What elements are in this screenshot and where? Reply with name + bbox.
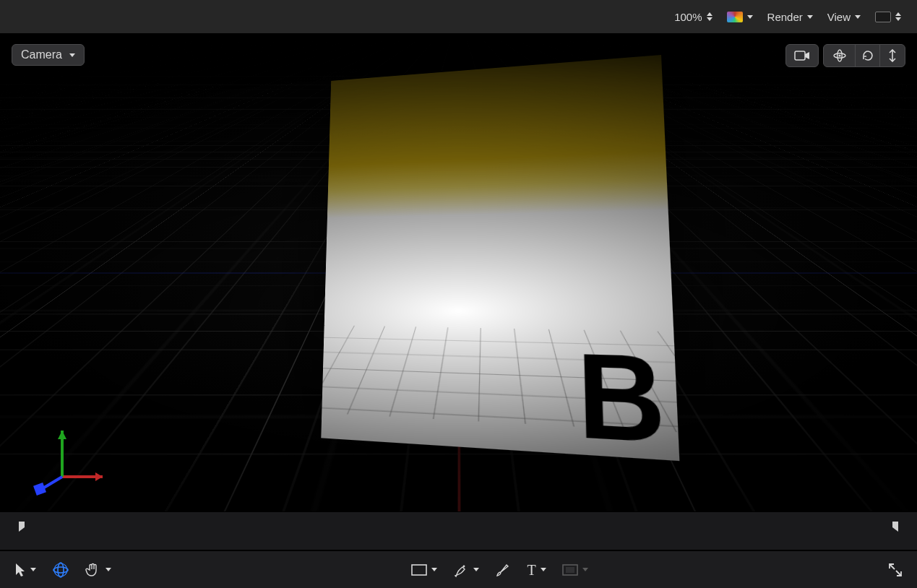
render-label: Render xyxy=(767,11,803,23)
chevron-down-icon xyxy=(69,53,75,57)
select-tool[interactable] xyxy=(10,560,40,580)
zoom-value: 100% xyxy=(674,11,702,23)
view-tools xyxy=(785,44,905,67)
mini-timeline[interactable] xyxy=(0,511,917,550)
zoom-control[interactable]: 100% xyxy=(668,8,718,26)
plate-letter: B xyxy=(575,327,668,461)
canvas-viewport[interactable]: B Camera xyxy=(0,34,917,511)
broadcast-safe-control[interactable] xyxy=(869,9,907,25)
out-point-marker[interactable] xyxy=(891,522,901,540)
dolly-button[interactable] xyxy=(880,45,905,66)
color-channels-menu[interactable] xyxy=(721,9,759,25)
svg-rect-13 xyxy=(412,565,426,575)
pan-button[interactable] xyxy=(856,45,880,66)
scene-stage: B xyxy=(294,78,646,483)
frame-camera-button[interactable] xyxy=(786,45,818,66)
orientation-gizmo[interactable] xyxy=(33,420,113,500)
brush-icon xyxy=(495,562,511,578)
view-label: View xyxy=(827,11,851,23)
chevron-down-icon xyxy=(807,15,813,19)
svg-point-3 xyxy=(838,54,840,56)
chevron-down-icon xyxy=(106,568,111,571)
text-tool[interactable]: T xyxy=(522,560,550,580)
orbit-button[interactable] xyxy=(824,45,856,66)
frame-camera-button-group xyxy=(785,44,819,67)
stepper-icon xyxy=(895,12,901,21)
svg-rect-16 xyxy=(566,567,574,573)
shape-tool[interactable] xyxy=(407,561,442,579)
svg-rect-0 xyxy=(795,51,805,60)
svg-rect-9 xyxy=(33,483,46,496)
app-root: 100% Render View xyxy=(0,0,917,588)
rectangle-mask-icon xyxy=(562,564,578,576)
fullscreen-button[interactable] xyxy=(884,560,907,580)
cursor-icon xyxy=(14,563,26,577)
rotate-icon xyxy=(861,49,874,62)
chevron-down-icon xyxy=(473,568,479,571)
orbit-icon xyxy=(832,48,847,63)
mask-tool[interactable] xyxy=(558,561,593,579)
chevron-down-icon xyxy=(30,568,36,571)
bottom-toolbar: T xyxy=(0,550,917,588)
3d-transform-tool[interactable] xyxy=(48,558,74,581)
pen-tool[interactable] xyxy=(449,559,483,581)
pan-tool[interactable] xyxy=(81,559,116,581)
hand-icon xyxy=(85,562,101,578)
text-icon: T xyxy=(527,563,535,577)
view-transform-group xyxy=(823,44,905,67)
chevron-down-icon xyxy=(747,15,753,19)
pen-icon xyxy=(453,562,469,578)
paint-stroke-tool[interactable] xyxy=(491,559,515,581)
camera-menu[interactable]: Camera xyxy=(12,44,85,66)
stepper-icon xyxy=(707,12,712,21)
chevron-down-icon xyxy=(855,15,861,19)
gradient-fill xyxy=(325,54,671,274)
svg-point-12 xyxy=(52,561,69,579)
image-plane[interactable]: B xyxy=(321,54,679,460)
3d-transform-icon xyxy=(52,561,69,579)
camera-menu-label: Camera xyxy=(21,48,62,61)
chevron-down-icon xyxy=(541,568,546,571)
video-camera-icon xyxy=(794,51,810,61)
rectangle-icon xyxy=(411,564,427,576)
chevron-down-icon xyxy=(431,568,437,571)
chevron-down-icon xyxy=(582,568,588,571)
render-menu[interactable]: Render xyxy=(762,8,819,26)
empty-well-icon xyxy=(875,12,891,22)
scene-3d: B xyxy=(0,34,917,511)
fullscreen-icon xyxy=(888,563,903,577)
svg-point-14 xyxy=(463,565,465,567)
top-toolbar: 100% Render View xyxy=(0,0,917,34)
view-menu[interactable]: View xyxy=(822,8,866,26)
dolly-icon xyxy=(887,49,897,62)
svg-point-11 xyxy=(58,563,64,577)
svg-marker-7 xyxy=(58,431,66,439)
svg-point-10 xyxy=(53,567,68,573)
grid-mid xyxy=(0,34,917,41)
svg-marker-5 xyxy=(95,472,103,481)
in-point-marker[interactable] xyxy=(16,522,26,540)
color-wheel-icon xyxy=(727,12,743,22)
